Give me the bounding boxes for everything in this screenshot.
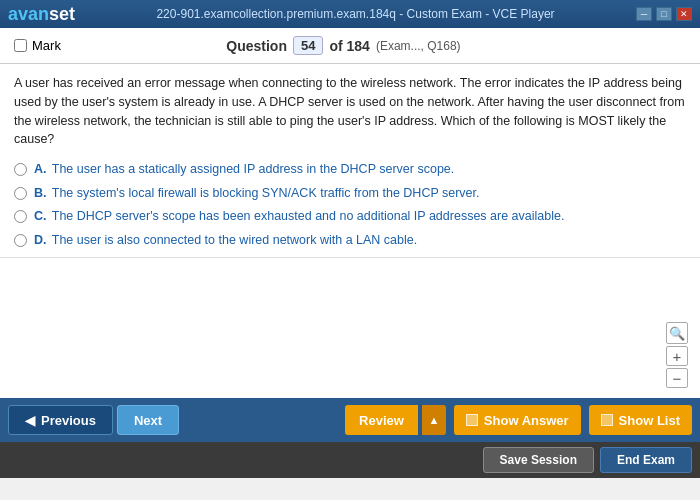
logo: avanset xyxy=(8,4,75,25)
radio-d[interactable] xyxy=(14,234,27,247)
radio-a[interactable] xyxy=(14,163,27,176)
close-button[interactable]: ✕ xyxy=(676,7,692,21)
show-answer-label: Show Answer xyxy=(484,413,569,428)
radio-c[interactable] xyxy=(14,210,27,223)
option-b-label: B. xyxy=(34,186,47,200)
window-controls[interactable]: ─ □ ✕ xyxy=(636,7,692,21)
review-label: Review xyxy=(359,413,404,428)
mark-label: Mark xyxy=(32,38,61,53)
option-a-label: A. xyxy=(34,162,47,176)
title-bar: avanset 220-901.examcollection.premium.e… xyxy=(0,0,700,28)
question-info: Question 54 of 184 (Exam..., Q168) xyxy=(226,36,460,55)
mark-checkbox[interactable]: Mark xyxy=(14,38,61,53)
option-b-text: The system's local firewall is blocking … xyxy=(52,186,480,200)
review-dropdown-arrow[interactable]: ▲ xyxy=(422,405,446,435)
search-icon[interactable]: 🔍 xyxy=(666,322,688,344)
end-exam-label: End Exam xyxy=(617,453,675,467)
save-session-label: Save Session xyxy=(500,453,577,467)
zoom-controls[interactable]: 🔍 + − xyxy=(666,322,688,388)
minimize-button[interactable]: ─ xyxy=(636,7,652,21)
show-answer-button[interactable]: Show Answer xyxy=(454,405,581,435)
question-label: Question xyxy=(226,38,287,54)
options-list: A. The user has a statically assigned IP… xyxy=(14,161,686,249)
option-d-label: D. xyxy=(34,233,47,247)
option-c-label: C. xyxy=(34,209,47,223)
end-exam-button[interactable]: End Exam xyxy=(600,447,692,473)
chevron-up-icon: ▲ xyxy=(428,414,439,426)
window-title: 220-901.examcollection.premium.exam.184q… xyxy=(75,7,636,21)
show-answer-icon xyxy=(466,414,478,426)
radio-b[interactable] xyxy=(14,187,27,200)
save-session-button[interactable]: Save Session xyxy=(483,447,594,473)
total-questions: of 184 xyxy=(329,38,369,54)
option-b[interactable]: B. The system's local firewall is blocki… xyxy=(14,185,686,203)
question-text: A user has received an error message whe… xyxy=(14,74,686,149)
previous-label: Previous xyxy=(41,413,96,428)
title-bar-left: avanset xyxy=(8,4,75,25)
bottom-bar: Save Session End Exam xyxy=(0,442,700,478)
previous-arrow-icon: ◀ xyxy=(25,413,35,428)
show-list-label: Show List xyxy=(619,413,680,428)
option-d-text: The user is also connected to the wired … xyxy=(52,233,417,247)
maximize-button[interactable]: □ xyxy=(656,7,672,21)
zoom-out-button[interactable]: − xyxy=(666,368,688,388)
show-list-button[interactable]: Show List xyxy=(589,405,692,435)
option-a[interactable]: A. The user has a statically assigned IP… xyxy=(14,161,686,179)
previous-button[interactable]: ◀ Previous xyxy=(8,405,113,435)
option-c[interactable]: C. The DHCP server's scope has been exha… xyxy=(14,208,686,226)
mark-input[interactable] xyxy=(14,39,27,52)
question-header: Mark Question 54 of 184 (Exam..., Q168) xyxy=(0,28,700,64)
exam-meta: (Exam..., Q168) xyxy=(376,39,461,53)
option-d[interactable]: D. The user is also connected to the wir… xyxy=(14,232,686,250)
navigation-bar: ◀ Previous Next Review ▲ Show Answer Sho… xyxy=(0,398,700,442)
review-button[interactable]: Review xyxy=(345,405,418,435)
option-c-text: The DHCP server's scope has been exhaust… xyxy=(52,209,565,223)
next-label: Next xyxy=(134,413,162,428)
next-button[interactable]: Next xyxy=(117,405,179,435)
option-a-text: The user has a statically assigned IP ad… xyxy=(52,162,455,176)
question-body: A user has received an error message whe… xyxy=(0,64,700,258)
show-list-icon xyxy=(601,414,613,426)
zoom-in-button[interactable]: + xyxy=(666,346,688,366)
question-number-badge: 54 xyxy=(293,36,323,55)
main-content-area: 🔍 + − xyxy=(0,258,700,398)
